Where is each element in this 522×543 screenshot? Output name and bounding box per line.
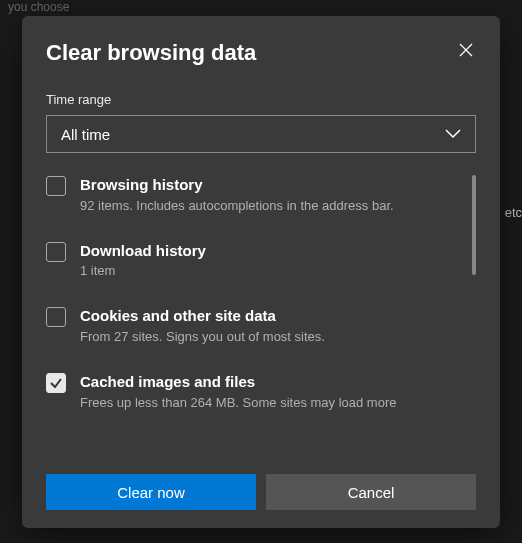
time-range-select[interactable]: All time — [46, 115, 476, 153]
option-desc: 92 items. Includes autocompletions in th… — [80, 197, 458, 215]
option-cookies: Cookies and other site data From 27 site… — [46, 306, 458, 346]
background-text-right: etc — [505, 205, 522, 220]
cancel-button[interactable]: Cancel — [266, 474, 476, 510]
time-range-value: All time — [61, 126, 110, 143]
dialog-title: Clear browsing data — [46, 40, 256, 66]
option-desc: From 27 sites. Signs you out of most sit… — [80, 328, 458, 346]
checkbox-cached[interactable] — [46, 373, 66, 393]
option-download-history: Download history 1 item — [46, 241, 458, 281]
options-list: Browsing history 92 items. Includes auto… — [46, 175, 476, 412]
background-text: you choose — [8, 0, 69, 14]
clear-browsing-data-dialog: Clear browsing data Time range All time … — [22, 16, 500, 528]
option-browsing-history: Browsing history 92 items. Includes auto… — [46, 175, 458, 215]
close-icon — [459, 43, 473, 57]
option-title: Download history — [80, 241, 458, 261]
option-title: Cookies and other site data — [80, 306, 458, 326]
option-title: Cached images and files — [80, 372, 458, 392]
chevron-down-icon — [445, 129, 461, 139]
option-cached: Cached images and files Frees up less th… — [46, 372, 458, 412]
checkbox-browsing-history[interactable] — [46, 176, 66, 196]
checkbox-download-history[interactable] — [46, 242, 66, 262]
checkbox-cookies[interactable] — [46, 307, 66, 327]
scrollbar[interactable] — [472, 175, 476, 275]
option-title: Browsing history — [80, 175, 458, 195]
close-button[interactable] — [456, 40, 476, 60]
time-range-label: Time range — [46, 92, 476, 107]
clear-now-button[interactable]: Clear now — [46, 474, 256, 510]
option-desc: 1 item — [80, 262, 458, 280]
option-desc: Frees up less than 264 MB. Some sites ma… — [80, 394, 458, 412]
